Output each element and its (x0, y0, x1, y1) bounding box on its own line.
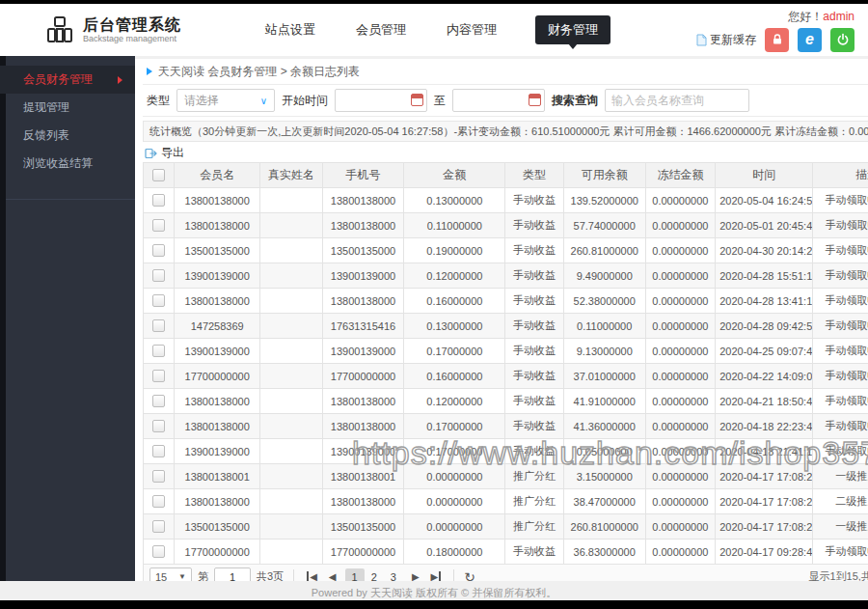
cell-available: 9.13000000 (563, 339, 645, 364)
refresh-button[interactable]: ↻ (464, 569, 475, 582)
type-label: 类型 (147, 93, 170, 109)
row-checkbox[interactable] (152, 395, 165, 407)
calendar-icon[interactable] (529, 94, 541, 106)
cell-desc: 手动领取收益0.16 (813, 289, 868, 314)
first-page-button[interactable]: ◀ (304, 569, 320, 581)
select-all-checkbox[interactable] (152, 169, 165, 181)
sidebar: 会员财务管理提现管理反馈列表浏览收益结算 (0, 56, 135, 581)
cell-frozen: 0.00000000 (645, 464, 716, 489)
cell-realname (260, 414, 323, 439)
lock-button[interactable] (765, 28, 789, 52)
row-checkbox[interactable] (152, 445, 165, 457)
row-checkbox[interactable] (152, 470, 165, 483)
row-checkbox[interactable] (152, 495, 165, 508)
nav-tab-1[interactable]: 站点设置 (263, 15, 317, 44)
checkbox-cell (144, 263, 175, 289)
total-pages-label: 共3页 (257, 569, 284, 581)
cell-realname (260, 188, 323, 213)
table-row: 13800138000138001380000.11000000手动收益57.7… (144, 213, 868, 238)
next-page-button[interactable]: ▶ (409, 569, 422, 581)
row-checkbox[interactable] (152, 294, 165, 307)
page-button-1[interactable]: 1 (345, 568, 365, 582)
cell-available: 260.81000000 (563, 514, 645, 540)
sidebar-item-3[interactable]: 反馈列表 (0, 122, 135, 150)
cell-member: 13800138000 (175, 188, 260, 213)
cell-time: 2020-04-18 22:23:4 (716, 414, 813, 439)
checkbox-cell (144, 389, 175, 414)
logo[interactable]: 后台管理系统 Backstage management (44, 15, 181, 44)
cell-realname (260, 339, 323, 364)
cell-type: 手动收益 (505, 414, 564, 439)
type-select[interactable]: 请选择 ∨ (176, 89, 275, 112)
calendar-icon[interactable] (411, 94, 423, 106)
page-size-select[interactable]: 15 ▼ (149, 567, 192, 582)
table-row: 13900139000139001390000.12000000手动收益9.49… (144, 263, 868, 289)
cell-member: 13800138001 (175, 464, 260, 489)
row-checkbox[interactable] (152, 545, 165, 558)
checkbox-cell (144, 213, 175, 238)
username-link[interactable]: admin (823, 10, 854, 23)
cell-phone: 13800138001 (322, 464, 404, 489)
cell-phone: 17700000000 (322, 540, 404, 565)
last-page-button[interactable]: ▶ (428, 569, 445, 581)
chevron-down-icon: ▼ (178, 572, 186, 581)
nav-tab-4[interactable]: 财务管理 (535, 15, 610, 44)
table-header-row: 会员名真实姓名手机号金额类型可用余额冻结金额时间描述 (144, 163, 868, 188)
cell-phone: 17631315416 (322, 314, 404, 339)
cell-available: 41.36000000 (563, 414, 645, 439)
cell-amount: 0.00000000 (404, 514, 505, 540)
logout-button[interactable] (830, 28, 854, 52)
search-input[interactable] (605, 89, 749, 112)
row-checkbox[interactable] (152, 269, 165, 282)
start-date-input[interactable] (335, 89, 427, 112)
table-row: 147258369176313154160.13000000手动收益0.1100… (144, 314, 868, 339)
checkbox-cell (144, 439, 175, 464)
cell-available: 57.74000000 (563, 213, 645, 238)
end-date-input[interactable] (452, 89, 545, 112)
column-header-member: 会员名 (175, 163, 260, 188)
cell-available: 41.91000000 (563, 389, 645, 414)
checkbox-cell (144, 289, 175, 314)
row-checkbox[interactable] (152, 345, 165, 357)
page-button-3[interactable]: 3 (384, 568, 403, 582)
page-prefix-label: 第 (198, 569, 208, 581)
cell-frozen: 0.00000000 (645, 314, 716, 339)
cell-desc: 手动领取收益0.12 (813, 389, 868, 414)
sidebar-item-2[interactable]: 提现管理 (0, 94, 135, 122)
cell-desc: 一级推广分红 (813, 514, 868, 540)
breadcrumb: 天天阅读 会员财务管理 > 余额日志列表 (143, 59, 868, 85)
row-checkbox[interactable] (152, 520, 165, 533)
row-checkbox[interactable] (152, 244, 165, 257)
cell-time: 2020-04-22 14:09:0 (716, 364, 813, 389)
page-number-input[interactable] (214, 567, 251, 582)
ie-icon: e (805, 31, 814, 48)
table-row: 13900139000139001390000.17000000手动收益0.05… (144, 439, 868, 464)
nav-tab-3[interactable]: 内容管理 (445, 15, 499, 44)
update-cache-button[interactable]: 更新缓存 (696, 32, 756, 48)
cell-member: 13900139000 (175, 339, 260, 364)
sidebar-item-1[interactable]: 会员财务管理 (0, 66, 135, 94)
cell-realname (260, 439, 323, 464)
cell-member: 13800138000 (175, 489, 260, 514)
cell-desc: 一级推广分红 (813, 464, 868, 489)
prev-page-button[interactable]: ◀ (326, 569, 339, 581)
cell-amount: 0.00000000 (404, 489, 505, 514)
nav-tab-2[interactable]: 会员管理 (354, 15, 408, 44)
top-frame-strip (0, 0, 868, 4)
cell-realname (260, 364, 323, 389)
sidebar-item-4[interactable]: 浏览收益结算 (0, 150, 135, 178)
browser-button[interactable]: e (798, 28, 822, 52)
export-button[interactable]: 导出 (145, 145, 184, 161)
cell-time: 2020-04-28 13:41:1 (716, 289, 813, 314)
content-panel: 天天阅读 会员财务管理 > 余额日志列表 类型 请选择 ∨ 开始时间 至 搜索查… (135, 59, 868, 581)
cell-amount: 0.13000000 (404, 188, 505, 213)
cell-time: 2020-04-21 18:50:4 (716, 389, 813, 414)
row-checkbox[interactable] (152, 319, 165, 332)
row-checkbox[interactable] (152, 420, 165, 432)
sidebar-menu: 会员财务管理提现管理反馈列表浏览收益结算 (0, 66, 135, 178)
page-button-2[interactable]: 2 (365, 568, 384, 582)
row-checkbox[interactable] (152, 194, 165, 207)
row-checkbox[interactable] (152, 370, 165, 382)
row-checkbox[interactable] (152, 219, 165, 232)
cell-frozen: 0.00000000 (645, 289, 716, 314)
